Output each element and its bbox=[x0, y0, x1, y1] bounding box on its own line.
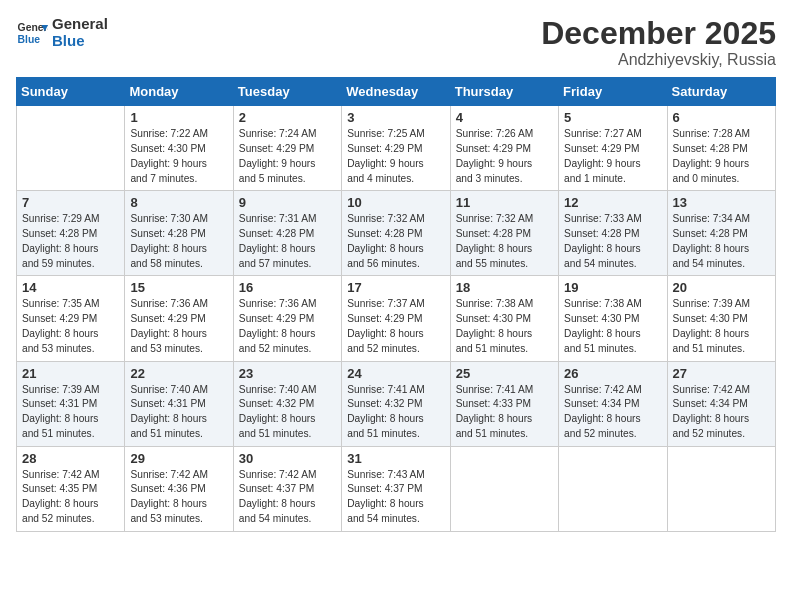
day-number: 19 bbox=[564, 280, 661, 295]
day-number: 26 bbox=[564, 366, 661, 381]
calendar-week-row: 21Sunrise: 7:39 AM Sunset: 4:31 PM Dayli… bbox=[17, 361, 776, 446]
calendar-cell: 17Sunrise: 7:37 AM Sunset: 4:29 PM Dayli… bbox=[342, 276, 450, 361]
day-number: 14 bbox=[22, 280, 119, 295]
day-number: 13 bbox=[673, 195, 770, 210]
calendar-body: 1Sunrise: 7:22 AM Sunset: 4:30 PM Daylig… bbox=[17, 106, 776, 532]
calendar-cell: 28Sunrise: 7:42 AM Sunset: 4:35 PM Dayli… bbox=[17, 446, 125, 531]
calendar-cell: 11Sunrise: 7:32 AM Sunset: 4:28 PM Dayli… bbox=[450, 191, 558, 276]
weekday-header: Wednesday bbox=[342, 78, 450, 106]
day-number: 18 bbox=[456, 280, 553, 295]
day-number: 23 bbox=[239, 366, 336, 381]
cell-info: Sunrise: 7:38 AM Sunset: 4:30 PM Dayligh… bbox=[564, 297, 661, 356]
cell-info: Sunrise: 7:28 AM Sunset: 4:28 PM Dayligh… bbox=[673, 127, 770, 186]
day-number: 27 bbox=[673, 366, 770, 381]
calendar-cell: 12Sunrise: 7:33 AM Sunset: 4:28 PM Dayli… bbox=[559, 191, 667, 276]
day-number: 4 bbox=[456, 110, 553, 125]
day-number: 30 bbox=[239, 451, 336, 466]
calendar-cell: 18Sunrise: 7:38 AM Sunset: 4:30 PM Dayli… bbox=[450, 276, 558, 361]
cell-info: Sunrise: 7:34 AM Sunset: 4:28 PM Dayligh… bbox=[673, 212, 770, 271]
calendar-cell: 2Sunrise: 7:24 AM Sunset: 4:29 PM Daylig… bbox=[233, 106, 341, 191]
day-number: 12 bbox=[564, 195, 661, 210]
cell-info: Sunrise: 7:40 AM Sunset: 4:31 PM Dayligh… bbox=[130, 383, 227, 442]
day-number: 5 bbox=[564, 110, 661, 125]
calendar-cell: 8Sunrise: 7:30 AM Sunset: 4:28 PM Daylig… bbox=[125, 191, 233, 276]
logo-general: General bbox=[52, 16, 108, 33]
cell-info: Sunrise: 7:30 AM Sunset: 4:28 PM Dayligh… bbox=[130, 212, 227, 271]
weekday-header: Sunday bbox=[17, 78, 125, 106]
calendar-cell: 19Sunrise: 7:38 AM Sunset: 4:30 PM Dayli… bbox=[559, 276, 667, 361]
day-number: 7 bbox=[22, 195, 119, 210]
cell-info: Sunrise: 7:32 AM Sunset: 4:28 PM Dayligh… bbox=[456, 212, 553, 271]
calendar-cell: 16Sunrise: 7:36 AM Sunset: 4:29 PM Dayli… bbox=[233, 276, 341, 361]
cell-info: Sunrise: 7:42 AM Sunset: 4:34 PM Dayligh… bbox=[564, 383, 661, 442]
cell-info: Sunrise: 7:36 AM Sunset: 4:29 PM Dayligh… bbox=[130, 297, 227, 356]
calendar-header: SundayMondayTuesdayWednesdayThursdayFrid… bbox=[17, 78, 776, 106]
calendar-week-row: 28Sunrise: 7:42 AM Sunset: 4:35 PM Dayli… bbox=[17, 446, 776, 531]
day-number: 15 bbox=[130, 280, 227, 295]
calendar-cell: 1Sunrise: 7:22 AM Sunset: 4:30 PM Daylig… bbox=[125, 106, 233, 191]
cell-info: Sunrise: 7:42 AM Sunset: 4:34 PM Dayligh… bbox=[673, 383, 770, 442]
svg-text:Blue: Blue bbox=[18, 34, 41, 45]
logo-blue: Blue bbox=[52, 33, 108, 50]
day-number: 3 bbox=[347, 110, 444, 125]
cell-info: Sunrise: 7:39 AM Sunset: 4:30 PM Dayligh… bbox=[673, 297, 770, 356]
day-number: 24 bbox=[347, 366, 444, 381]
day-number: 29 bbox=[130, 451, 227, 466]
day-number: 6 bbox=[673, 110, 770, 125]
calendar-cell: 26Sunrise: 7:42 AM Sunset: 4:34 PM Dayli… bbox=[559, 361, 667, 446]
calendar-cell: 5Sunrise: 7:27 AM Sunset: 4:29 PM Daylig… bbox=[559, 106, 667, 191]
weekday-header: Tuesday bbox=[233, 78, 341, 106]
day-number: 8 bbox=[130, 195, 227, 210]
day-number: 17 bbox=[347, 280, 444, 295]
calendar-cell: 24Sunrise: 7:41 AM Sunset: 4:32 PM Dayli… bbox=[342, 361, 450, 446]
day-number: 11 bbox=[456, 195, 553, 210]
page-header: General Blue General Blue December 2025 … bbox=[16, 16, 776, 69]
calendar-table: SundayMondayTuesdayWednesdayThursdayFrid… bbox=[16, 77, 776, 532]
calendar-cell bbox=[17, 106, 125, 191]
calendar-cell: 31Sunrise: 7:43 AM Sunset: 4:37 PM Dayli… bbox=[342, 446, 450, 531]
cell-info: Sunrise: 7:42 AM Sunset: 4:37 PM Dayligh… bbox=[239, 468, 336, 527]
day-number: 25 bbox=[456, 366, 553, 381]
location: Andzhiyevskiy, Russia bbox=[541, 51, 776, 69]
day-number: 20 bbox=[673, 280, 770, 295]
cell-info: Sunrise: 7:27 AM Sunset: 4:29 PM Dayligh… bbox=[564, 127, 661, 186]
cell-info: Sunrise: 7:37 AM Sunset: 4:29 PM Dayligh… bbox=[347, 297, 444, 356]
calendar-cell bbox=[559, 446, 667, 531]
calendar-cell: 4Sunrise: 7:26 AM Sunset: 4:29 PM Daylig… bbox=[450, 106, 558, 191]
day-number: 21 bbox=[22, 366, 119, 381]
day-number: 16 bbox=[239, 280, 336, 295]
cell-info: Sunrise: 7:29 AM Sunset: 4:28 PM Dayligh… bbox=[22, 212, 119, 271]
cell-info: Sunrise: 7:39 AM Sunset: 4:31 PM Dayligh… bbox=[22, 383, 119, 442]
weekday-header: Friday bbox=[559, 78, 667, 106]
cell-info: Sunrise: 7:42 AM Sunset: 4:36 PM Dayligh… bbox=[130, 468, 227, 527]
day-number: 2 bbox=[239, 110, 336, 125]
cell-info: Sunrise: 7:43 AM Sunset: 4:37 PM Dayligh… bbox=[347, 468, 444, 527]
cell-info: Sunrise: 7:25 AM Sunset: 4:29 PM Dayligh… bbox=[347, 127, 444, 186]
calendar-cell: 22Sunrise: 7:40 AM Sunset: 4:31 PM Dayli… bbox=[125, 361, 233, 446]
calendar-cell: 14Sunrise: 7:35 AM Sunset: 4:29 PM Dayli… bbox=[17, 276, 125, 361]
day-number: 9 bbox=[239, 195, 336, 210]
cell-info: Sunrise: 7:26 AM Sunset: 4:29 PM Dayligh… bbox=[456, 127, 553, 186]
calendar-cell: 3Sunrise: 7:25 AM Sunset: 4:29 PM Daylig… bbox=[342, 106, 450, 191]
calendar-cell bbox=[450, 446, 558, 531]
cell-info: Sunrise: 7:41 AM Sunset: 4:32 PM Dayligh… bbox=[347, 383, 444, 442]
logo-icon: General Blue bbox=[16, 17, 48, 49]
calendar-cell: 9Sunrise: 7:31 AM Sunset: 4:28 PM Daylig… bbox=[233, 191, 341, 276]
calendar-cell: 21Sunrise: 7:39 AM Sunset: 4:31 PM Dayli… bbox=[17, 361, 125, 446]
cell-info: Sunrise: 7:33 AM Sunset: 4:28 PM Dayligh… bbox=[564, 212, 661, 271]
day-number: 22 bbox=[130, 366, 227, 381]
cell-info: Sunrise: 7:38 AM Sunset: 4:30 PM Dayligh… bbox=[456, 297, 553, 356]
calendar-week-row: 7Sunrise: 7:29 AM Sunset: 4:28 PM Daylig… bbox=[17, 191, 776, 276]
calendar-cell: 30Sunrise: 7:42 AM Sunset: 4:37 PM Dayli… bbox=[233, 446, 341, 531]
calendar-week-row: 14Sunrise: 7:35 AM Sunset: 4:29 PM Dayli… bbox=[17, 276, 776, 361]
cell-info: Sunrise: 7:22 AM Sunset: 4:30 PM Dayligh… bbox=[130, 127, 227, 186]
weekday-header: Monday bbox=[125, 78, 233, 106]
calendar-cell: 23Sunrise: 7:40 AM Sunset: 4:32 PM Dayli… bbox=[233, 361, 341, 446]
calendar-cell: 7Sunrise: 7:29 AM Sunset: 4:28 PM Daylig… bbox=[17, 191, 125, 276]
title-block: December 2025 Andzhiyevskiy, Russia bbox=[541, 16, 776, 69]
header-row: SundayMondayTuesdayWednesdayThursdayFrid… bbox=[17, 78, 776, 106]
calendar-cell: 13Sunrise: 7:34 AM Sunset: 4:28 PM Dayli… bbox=[667, 191, 775, 276]
calendar-cell: 10Sunrise: 7:32 AM Sunset: 4:28 PM Dayli… bbox=[342, 191, 450, 276]
calendar-cell: 27Sunrise: 7:42 AM Sunset: 4:34 PM Dayli… bbox=[667, 361, 775, 446]
logo: General Blue General Blue bbox=[16, 16, 108, 49]
